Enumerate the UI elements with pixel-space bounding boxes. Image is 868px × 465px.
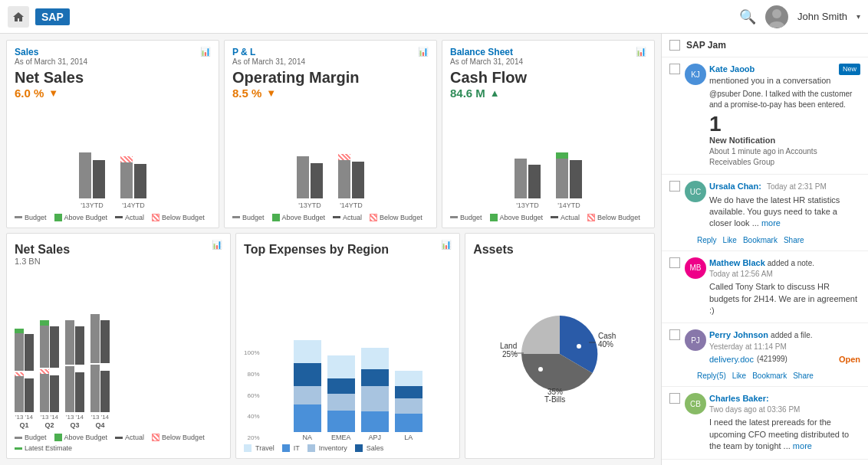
jam-item-charles-row: CB Charles Baker: Two days ago at 03:36 … xyxy=(669,393,860,453)
q2-bar-budget-14 xyxy=(40,369,49,412)
jam-ursala-like[interactable]: Like xyxy=(723,236,737,244)
q3-label: Q3 xyxy=(70,421,79,429)
jam-mathew-checkbox[interactable] xyxy=(669,257,680,268)
jam-kate-name[interactable]: Kate Jaoob xyxy=(709,64,755,75)
chevron-down-icon[interactable]: ▾ xyxy=(856,12,860,21)
sales-bar-actual-14 xyxy=(134,164,146,198)
pie-dot-tbills xyxy=(538,367,543,372)
jam-ursala-reply[interactable]: Reply xyxy=(697,236,717,244)
exp-travel: Travel xyxy=(244,444,275,452)
balance-legend-above: Above Budget xyxy=(490,214,544,221)
jam-ursala-name[interactable]: Ursala Chan: xyxy=(709,182,761,191)
q3-year-labels: '13 '14 xyxy=(66,414,84,421)
cash-flow-arrow: ▲ xyxy=(490,87,500,99)
stacked-apj: APJ xyxy=(361,348,389,441)
sales-bar-label-13: '13YTD xyxy=(81,201,104,209)
jam-perry-checkbox[interactable] xyxy=(669,329,680,340)
sales-legend: Budget Above Budget Actual Below Budget xyxy=(15,214,211,221)
netsales-legend-budget: Budget xyxy=(15,434,47,441)
search-icon[interactable]: 🔍 xyxy=(739,8,756,25)
jam-ursala-more[interactable]: more xyxy=(761,218,781,228)
stacked-chart-container: 100% 80% 60% 40% 20% xyxy=(244,257,452,443)
pl-bar-budget-13 xyxy=(297,156,309,198)
jam-mathew-time: Today at 12:56 AM xyxy=(709,269,860,280)
exp-it: IT xyxy=(282,444,300,452)
sales-expand-icon[interactable]: 📊 xyxy=(200,47,211,57)
sales-title[interactable]: Sales xyxy=(15,47,87,57)
jam-perry-actions: Reply(5) Like Bookmark Share xyxy=(697,372,860,380)
jam-header-checkbox[interactable] xyxy=(669,40,680,51)
jam-ursala-actions: Reply Like Bookmark Share xyxy=(697,236,860,244)
qbar-q2: '13 '14 Q2 xyxy=(40,320,59,429)
jam-ursala-bookmark[interactable]: Bookmark xyxy=(743,236,778,244)
pl-expand-icon[interactable]: 📊 xyxy=(418,47,429,57)
jam-item-perry-row: PJ Perry Johnson added a file. Yesterday… xyxy=(669,329,860,365)
na-label: NA xyxy=(303,434,313,441)
jam-ursala-checkbox[interactable] xyxy=(669,181,680,192)
exp-sales: Sales xyxy=(355,444,384,452)
q4-year-labels: '13 '14 xyxy=(91,414,109,421)
qbar-q1: '13 '14 Q1 xyxy=(15,329,34,429)
op-margin-label: Operating Margin xyxy=(232,69,429,87)
jam-kate-name-row: Kate Jaoob New xyxy=(709,64,860,75)
jam-mathew-name[interactable]: Mathew Black xyxy=(709,258,765,267)
jam-item-mathew: MB Mathew Black added a note. Today at 1… xyxy=(662,251,868,324)
jam-notification-sub: About 1 minute ago in Accounts Receivabl… xyxy=(709,146,860,168)
q4-bar-actual-14 xyxy=(100,371,110,412)
balance-expand-icon[interactable]: 📊 xyxy=(636,47,646,57)
tbills-label: T-Bills xyxy=(544,395,565,404)
jam-ursala-share[interactable]: Share xyxy=(784,236,804,244)
pie-container: Cash 40% T-Bills 35% Land 25% xyxy=(473,257,646,452)
top-row: Sales As of March 31, 2014 📊 Net Sales 6… xyxy=(6,40,655,228)
jam-charles-more[interactable]: more xyxy=(793,441,812,450)
sales-bar-label-14: '14YTD xyxy=(122,201,145,209)
jam-perry-share[interactable]: Share xyxy=(793,372,814,380)
netsales-legend-actual: Actual xyxy=(115,434,144,441)
balance-legend-actual: Actual xyxy=(551,214,580,221)
q1-bar-actual-13 xyxy=(25,334,34,371)
jam-perry-like[interactable]: Like xyxy=(732,372,746,380)
tbills-value: 35% xyxy=(547,388,563,396)
jam-perry-open[interactable]: Open xyxy=(839,354,860,365)
expenses-expand-icon[interactable]: 📊 xyxy=(441,240,452,250)
pl-subtitle: As of March 31, 2014 xyxy=(232,57,305,66)
net-sales-arrow: ▼ xyxy=(48,87,58,99)
emea-label: EMEA xyxy=(331,434,351,441)
stacked-la-bar xyxy=(395,371,422,432)
cash-value: 40% xyxy=(598,340,613,349)
home-button[interactable] xyxy=(8,6,29,28)
jam-charles-checkbox[interactable] xyxy=(669,393,680,404)
pl-title[interactable]: P & L xyxy=(232,47,305,57)
jam-ursala-time: Today at 2:31 PM xyxy=(767,182,827,191)
jam-perry-bookmark[interactable]: Bookmark xyxy=(752,372,787,380)
jam-perry-file[interactable]: delivery.doc xyxy=(709,354,754,365)
sales-bar-budget-13 xyxy=(79,152,91,198)
balance-title[interactable]: Balance Sheet xyxy=(450,47,523,57)
qbar-q3: '13 '14 Q3 xyxy=(65,320,84,429)
apj-it xyxy=(361,386,389,411)
q2-year-labels: '13 '14 xyxy=(41,414,58,421)
q1-bar-actual-14 xyxy=(25,378,34,412)
apj-inventory xyxy=(361,369,389,386)
jam-kate-checkbox[interactable] xyxy=(669,64,680,74)
net-sales-expand-icon[interactable]: 📊 xyxy=(212,240,222,250)
jam-item-ursala: UC Ursala Chan: Today at 2:31 PM We do h… xyxy=(662,175,868,251)
la-sales xyxy=(395,414,422,432)
jam-perry-name[interactable]: Perry Johnson xyxy=(709,330,768,339)
svg-point-0 xyxy=(772,9,781,18)
q1-bar-budget-14 xyxy=(15,372,24,412)
balance-legend-below: Below Budget xyxy=(587,214,640,221)
jam-perry-reply[interactable]: Reply(5) xyxy=(697,372,726,380)
legend-above: Above Budget xyxy=(54,214,108,221)
jam-mathew-body: Called Tony Stark to discuss HR budgets … xyxy=(709,281,860,316)
sales-bar-14ytd: '14YTD xyxy=(120,156,146,209)
jam-mathew-content: Mathew Black added a note. Today at 12:5… xyxy=(709,257,860,317)
assets-header: Assets xyxy=(473,240,646,257)
user-name[interactable]: John Smith xyxy=(797,11,847,22)
q3-bar-budget-13 xyxy=(65,320,74,365)
jam-charles-name[interactable]: Charles Baker: xyxy=(709,394,769,403)
jam-title: SAP Jam xyxy=(686,40,726,51)
expenses-card: Top Expenses by Region 📊 100% 80% 60% 40… xyxy=(235,233,460,459)
balance-legend: Budget Above Budget Actual Below Budget xyxy=(450,214,646,221)
q4-label: Q4 xyxy=(95,421,104,429)
